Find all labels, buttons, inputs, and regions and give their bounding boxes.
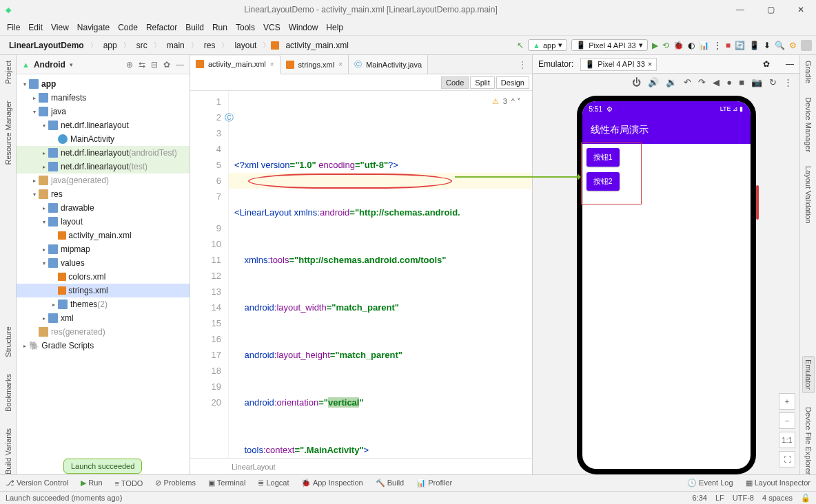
rail-dfe[interactable]: Device File Explorer bbox=[804, 407, 813, 474]
stop-button[interactable]: ■ bbox=[726, 41, 731, 50]
avd-button[interactable]: 📱 bbox=[749, 41, 759, 50]
sync-button[interactable]: 🔄 bbox=[735, 41, 745, 50]
rotate-l-icon[interactable]: ↶ bbox=[684, 77, 691, 87]
bb-vc[interactable]: ⎇ Version Control bbox=[6, 479, 68, 487]
indent[interactable]: 4 spaces bbox=[762, 494, 793, 503]
emu-hide-icon[interactable]: — bbox=[786, 59, 794, 69]
editor-breadcrumb[interactable]: LinearLayout bbox=[190, 458, 532, 474]
target-icon[interactable]: ⊕ bbox=[126, 60, 133, 70]
tabs-more-icon[interactable]: ⋮ bbox=[513, 60, 532, 70]
screenshot-icon[interactable]: 📷 bbox=[751, 77, 762, 87]
menu-code[interactable]: Code bbox=[115, 21, 141, 34]
rail-device-mgr[interactable]: Device Manager bbox=[804, 97, 813, 152]
bc-src[interactable]: src bbox=[132, 39, 152, 52]
menu-edit[interactable]: Edit bbox=[26, 21, 45, 34]
menu-navigate[interactable]: Navigate bbox=[74, 21, 112, 34]
bb-run[interactable]: ▶ Run bbox=[81, 479, 102, 487]
bc-project[interactable]: LinearLayoutDemo bbox=[4, 39, 89, 52]
rail-bookmarks[interactable]: Bookmarks bbox=[4, 374, 12, 412]
bc-res[interactable]: res bbox=[199, 39, 221, 52]
menu-tools[interactable]: Tools bbox=[233, 21, 258, 34]
zoom-out[interactable]: − bbox=[779, 412, 795, 429]
menu-help[interactable]: Help bbox=[323, 21, 346, 34]
minimize-button[interactable]: — bbox=[731, 5, 750, 14]
back-icon[interactable]: ◀ bbox=[713, 77, 720, 87]
emulator-tab[interactable]: 📱 Pixel 4 API 33 × bbox=[580, 58, 657, 71]
editor: activity_main.xml× strings.xml× ⒸMainAct… bbox=[190, 55, 532, 474]
search-icon[interactable]: 🔍 bbox=[775, 41, 785, 50]
bb-build[interactable]: 🔨 Build bbox=[376, 479, 405, 487]
breadcrumb: LinearLayoutDemo〉 app〉 src〉 main〉 res〉 l… bbox=[4, 39, 354, 52]
code-area[interactable]: 12 Ⓒ345 6💡7 910 1112131415 1617181920 ⚠3… bbox=[190, 91, 532, 458]
settings-icon[interactable]: ⚙ bbox=[789, 41, 797, 50]
zoom-fit[interactable]: ⛶ bbox=[779, 451, 795, 468]
tab-strings[interactable]: strings.xml× bbox=[280, 55, 349, 74]
home-icon[interactable]: ● bbox=[726, 77, 732, 87]
power-icon[interactable]: ⏻ bbox=[632, 77, 641, 87]
bb-logcat[interactable]: ≣ Logcat bbox=[258, 479, 289, 487]
zoom-in[interactable]: + bbox=[779, 393, 795, 410]
maximize-button[interactable]: ▢ bbox=[761, 5, 780, 14]
run-config-select[interactable]: ▲app ▾ bbox=[528, 39, 567, 51]
bb-terminal[interactable]: ▣ Terminal bbox=[208, 479, 245, 487]
bb-layout-insp[interactable]: ▦ Layout Inspector bbox=[746, 479, 810, 487]
bc-file[interactable]: activity_main.xml bbox=[280, 39, 353, 52]
menu-file[interactable]: File bbox=[4, 21, 23, 34]
menu-build[interactable]: Build bbox=[183, 21, 207, 34]
bb-todo[interactable]: ≡ TODO bbox=[115, 479, 143, 487]
project-view-select[interactable]: Android bbox=[34, 60, 65, 70]
mode-design[interactable]: Design bbox=[496, 76, 529, 89]
debug-button[interactable]: 🐞 bbox=[673, 41, 684, 50]
hide-icon[interactable]: — bbox=[176, 60, 184, 70]
menu-run[interactable]: Run bbox=[210, 21, 230, 34]
rotate-r-icon[interactable]: ↷ bbox=[698, 77, 706, 87]
gear-icon[interactable]: ✿ bbox=[163, 60, 170, 70]
run-button[interactable]: ▶ bbox=[652, 41, 658, 50]
profile-button[interactable]: 📊 bbox=[699, 41, 709, 50]
lock-icon[interactable]: 🔓 bbox=[801, 494, 810, 503]
mode-code[interactable]: Code bbox=[441, 76, 469, 89]
bb-eventlog[interactable]: 🕓 Event Log bbox=[687, 479, 733, 487]
close-button[interactable]: ✕ bbox=[791, 5, 810, 14]
apply-button[interactable]: ⟲ bbox=[662, 41, 669, 50]
rail-build-variants[interactable]: Build Variants bbox=[4, 428, 12, 474]
menu-view[interactable]: View bbox=[48, 21, 72, 34]
rail-layout-val[interactable]: Layout Validation bbox=[804, 166, 813, 224]
expand-icon[interactable]: ⇆ bbox=[139, 60, 145, 70]
menu-window[interactable]: Window bbox=[286, 21, 321, 34]
zoom-11[interactable]: 1:1 bbox=[779, 432, 795, 448]
bb-inspection[interactable]: 🐞 App Inspection bbox=[301, 479, 363, 487]
bb-problems[interactable]: ⊘ Problems bbox=[155, 479, 196, 487]
menu-vcs[interactable]: VCS bbox=[261, 21, 283, 34]
line-sep[interactable]: LF bbox=[715, 494, 724, 503]
more-icon[interactable]: ⋮ bbox=[784, 77, 793, 87]
project-tree[interactable]: ▾app ▸manifests ▾java ▾net.drf.linearlay… bbox=[17, 74, 190, 474]
rail-resource-mgr[interactable]: Resource Manager bbox=[4, 101, 12, 165]
bc-main[interactable]: main bbox=[162, 39, 190, 52]
rail-gradle[interactable]: Gradle bbox=[804, 61, 813, 83]
coverage-button[interactable]: ◐ bbox=[688, 41, 695, 50]
mode-split[interactable]: Split bbox=[470, 76, 494, 89]
device-select[interactable]: 📱 Pixel 4 API 33 ▾ bbox=[571, 39, 648, 51]
vol-down-icon[interactable]: 🔉 bbox=[666, 77, 677, 87]
attach-button[interactable]: ⋮ bbox=[713, 41, 722, 50]
avatar[interactable] bbox=[801, 40, 812, 51]
bc-layout[interactable]: layout bbox=[229, 39, 261, 52]
bb-profiler[interactable]: 📊 Profiler bbox=[416, 479, 452, 487]
vol-up-icon[interactable]: 🔊 bbox=[648, 77, 659, 87]
rail-emulator[interactable]: Emulator bbox=[802, 356, 815, 393]
sdk-button[interactable]: ⬇ bbox=[764, 41, 771, 50]
menu-refactor[interactable]: Refactor bbox=[143, 21, 180, 34]
rail-structure[interactable]: Structure bbox=[4, 326, 12, 357]
rail-project[interactable]: Project bbox=[4, 61, 12, 84]
encoding[interactable]: UTF-8 bbox=[733, 494, 754, 503]
emu-gear-icon[interactable]: ✿ bbox=[763, 59, 770, 69]
hammer-icon[interactable]: ↖ bbox=[517, 41, 524, 50]
bc-app[interactable]: app bbox=[99, 39, 122, 52]
menubar: File Edit View Navigate Code Refactor Bu… bbox=[0, 19, 816, 36]
overview-icon[interactable]: ■ bbox=[739, 77, 744, 87]
tab-mainactivity[interactable]: ⒸMainActivity.java bbox=[349, 55, 428, 74]
emu-rec-icon[interactable]: ↻ bbox=[769, 77, 777, 87]
collapse-icon[interactable]: ⊟ bbox=[151, 60, 158, 70]
tab-activity-main[interactable]: activity_main.xml× bbox=[190, 56, 280, 74]
